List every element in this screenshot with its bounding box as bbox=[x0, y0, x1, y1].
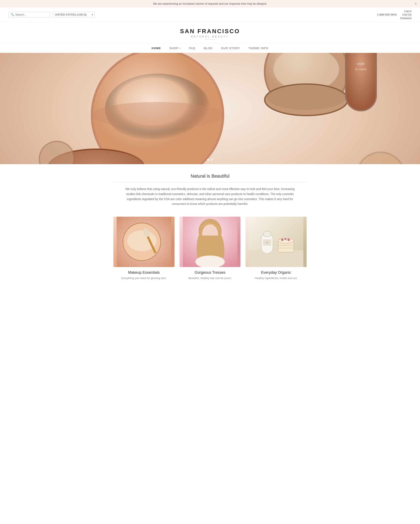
svg-point-3 bbox=[92, 102, 223, 128]
category-title-hair: Gorgeous Tresses bbox=[180, 271, 241, 275]
search-icon: 🔍 bbox=[11, 13, 14, 16]
search-input[interactable] bbox=[15, 13, 48, 16]
nav-item-shop[interactable]: SHOP ▾ bbox=[169, 47, 181, 50]
category-desc-organic: Healthy ingredients, inside and out. bbox=[245, 276, 306, 280]
nav-item-home[interactable]: HOME bbox=[152, 47, 161, 50]
svg-text:by nature: by nature bbox=[355, 67, 367, 71]
category-card-hair[interactable]: Gorgeous Tresses Beautiful, healthy hair… bbox=[180, 217, 241, 280]
shop-chevron-icon: ▾ bbox=[179, 47, 181, 49]
announcement-close-button[interactable]: × bbox=[415, 2, 417, 6]
svg-point-36 bbox=[288, 238, 290, 241]
currency-wrapper: UNITED STATES (USD $)CANADA (CAD $)UNITE… bbox=[52, 12, 95, 17]
natural-section-body: We truly believe that using natural, eco… bbox=[124, 187, 296, 207]
announcement-text: We are experiencing an increased volume … bbox=[153, 2, 267, 5]
login-link[interactable]: Log in bbox=[404, 9, 411, 13]
hero-scene: nude by nature bbox=[0, 53, 420, 164]
svg-rect-29 bbox=[263, 231, 271, 236]
category-card-organic[interactable]: milk Everyday Organic Healthy ingredient… bbox=[245, 217, 306, 280]
category-desc-makeup: Everything you need for glowing skin. bbox=[114, 276, 175, 280]
main-content: Natural is Beautiful We truly believe th… bbox=[109, 164, 311, 285]
logo-sub: NATURAL BEAUTY bbox=[0, 35, 420, 38]
svg-point-34 bbox=[281, 238, 284, 241]
logo-divider bbox=[205, 39, 215, 40]
utility-bar: 🔍 UNITED STATES (USD $)CANADA (CAD $)UNI… bbox=[0, 7, 420, 22]
nav-item-blog[interactable]: BLOG bbox=[204, 47, 213, 50]
svg-rect-38 bbox=[278, 248, 294, 248]
organic-svg: milk bbox=[245, 217, 306, 267]
main-nav: HOME SHOP ▾ FAQ BLOG OUR STORY THEME INF… bbox=[0, 44, 420, 53]
svg-rect-27 bbox=[249, 250, 303, 267]
slider-dot-1[interactable] bbox=[207, 159, 209, 161]
category-card-makeup[interactable]: Makeup Essentials Everything you need fo… bbox=[114, 217, 175, 280]
slider-dot-2[interactable] bbox=[211, 159, 213, 161]
account-links: Log in Cart (0) Checkout bbox=[400, 9, 411, 20]
nav-item-our-story[interactable]: OUR STORY bbox=[221, 47, 240, 50]
section-divider bbox=[114, 182, 306, 183]
currency-select[interactable]: UNITED STATES (USD $)CANADA (CAD $)UNITE… bbox=[52, 12, 95, 17]
logo-area: SAN FRANCISCO NATURAL BEAUTY bbox=[0, 22, 420, 44]
nav-item-faq[interactable]: FAQ bbox=[189, 47, 195, 50]
search-box: 🔍 bbox=[9, 12, 50, 17]
slider-dots bbox=[207, 159, 213, 161]
cart-link[interactable]: Cart (0) bbox=[402, 13, 411, 16]
phone-number: 1-888-555-SKIN bbox=[377, 13, 397, 16]
utility-left: 🔍 UNITED STATES (USD $)CANADA (CAD $)UNI… bbox=[9, 12, 95, 17]
svg-text:milk: milk bbox=[266, 242, 269, 243]
category-title-makeup: Makeup Essentials bbox=[114, 271, 175, 275]
utility-right: 1-888-555-SKIN Log in Cart (0) Checkout bbox=[377, 9, 411, 20]
natural-section-heading: Natural is Beautiful bbox=[114, 164, 306, 182]
makeup-svg bbox=[114, 217, 175, 267]
category-image-organic: milk bbox=[245, 217, 306, 267]
svg-text:nude: nude bbox=[357, 61, 365, 66]
category-title-organic: Everyday Organic bbox=[245, 271, 306, 275]
category-image-makeup bbox=[114, 217, 175, 267]
logo-brand[interactable]: SAN FRANCISCO bbox=[0, 28, 420, 35]
category-grid: Makeup Essentials Everything you need fo… bbox=[114, 217, 306, 285]
nav-item-theme-info[interactable]: THEME INFO bbox=[248, 47, 268, 50]
hero-slider: nude by nature bbox=[0, 53, 420, 164]
checkout-link[interactable]: Checkout bbox=[400, 17, 411, 20]
svg-point-35 bbox=[285, 238, 287, 240]
category-image-hair bbox=[180, 217, 241, 267]
category-desc-hair: Beautiful, healthy hair can be yours. bbox=[180, 276, 241, 280]
hair-svg bbox=[180, 217, 241, 267]
announcement-bar: We are experiencing an increased volume … bbox=[0, 0, 420, 7]
svg-rect-37 bbox=[278, 245, 294, 246]
svg-point-9 bbox=[267, 86, 346, 110]
